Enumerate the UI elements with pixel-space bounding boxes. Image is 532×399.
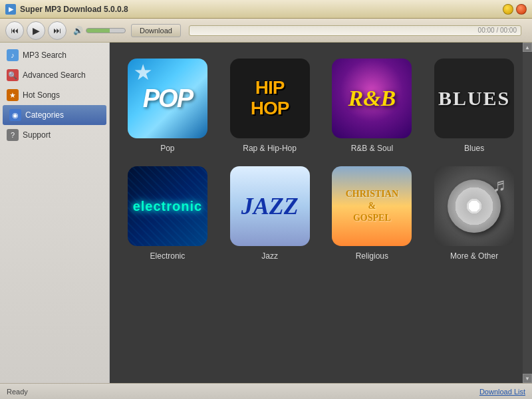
volume-area: 🔊: [73, 26, 126, 35]
sidebar-item-support[interactable]: ? Support: [0, 125, 109, 145]
sidebar-item-categories[interactable]: ◉ Categories: [3, 105, 106, 125]
category-blues-text: BLUES: [438, 87, 510, 110]
category-religious-image: CHRISTIAN&GOSPEL: [332, 166, 412, 246]
progress-area: 00:00 / 00:00: [189, 25, 521, 36]
category-electronic-image: electronic: [128, 166, 207, 246]
app-icon: ▶: [5, 4, 16, 15]
category-more[interactable]: ♬ More & Other: [430, 166, 519, 261]
sidebar-label-categories: Categories: [25, 110, 64, 120]
category-blues-image: BLUES: [434, 59, 514, 138]
play-button[interactable]: ▶: [27, 21, 45, 40]
scroll-track[interactable]: [523, 52, 532, 374]
category-pop-label: Pop: [160, 144, 174, 153]
sidebar-label-support: Support: [23, 130, 51, 140]
scrollbar[interactable]: ▲ ▼: [523, 43, 532, 383]
status-bar: Ready Download List: [0, 383, 532, 399]
category-rap[interactable]: HIPHOP Rap & Hip-Hop: [225, 59, 315, 153]
sidebar-label-hot-songs: Hot Songs: [23, 90, 60, 100]
next-button[interactable]: ⏭: [48, 21, 66, 40]
category-rap-image: HIPHOP: [230, 59, 310, 138]
category-rap-label: Rap & Hip-Hop: [243, 144, 297, 153]
category-blues[interactable]: BLUES Blues: [430, 59, 519, 153]
category-religious-label: Religious: [356, 251, 388, 261]
download-list-link[interactable]: Download List: [479, 388, 525, 396]
category-jazz-image: JAZZ: [230, 166, 310, 246]
categories-grid: POP Pop HIPHOP Rap & Hip-Hop R&B R&B & S…: [110, 43, 532, 277]
category-jazz-label: Jazz: [261, 251, 278, 261]
sidebar: ♪ MP3 Search 🔍 Advanced Search ★ Hot Son…: [0, 43, 110, 383]
category-electronic-text: electronic: [133, 199, 202, 214]
category-pop-text: POP: [143, 84, 192, 113]
category-jazz[interactable]: JAZZ Jazz: [225, 166, 315, 261]
category-electronic-label: Electronic: [150, 251, 186, 261]
category-more-label: More & Other: [450, 251, 498, 261]
category-more-disc: ♬: [448, 180, 501, 233]
scroll-down-arrow[interactable]: ▼: [523, 374, 532, 383]
category-pop-image: POP: [128, 59, 207, 138]
category-more-image: ♬: [434, 166, 514, 246]
volume-icon: 🔊: [73, 26, 83, 35]
sidebar-item-advanced-search[interactable]: 🔍 Advanced Search: [0, 65, 109, 85]
category-rnb-text: R&B: [348, 87, 396, 110]
sidebar-item-mp3-search[interactable]: ♪ MP3 Search: [0, 45, 109, 65]
categories-icon: ◉: [9, 109, 21, 121]
window-title: Super MP3 Download 5.0.0.8: [20, 5, 503, 14]
hot-songs-icon: ★: [7, 89, 19, 101]
window-controls: [503, 4, 527, 15]
category-electronic[interactable]: electronic Electronic: [123, 166, 212, 261]
time-display: 00:00 / 00:00: [478, 27, 517, 34]
support-icon: ?: [7, 129, 19, 141]
category-rnb-label: R&B & Soul: [351, 144, 393, 153]
main-area: ♪ MP3 Search 🔍 Advanced Search ★ Hot Son…: [0, 43, 532, 383]
title-bar: ▶ Super MP3 Download 5.0.0.8: [0, 0, 532, 19]
mp3-search-icon: ♪: [7, 49, 19, 61]
close-button[interactable]: [516, 4, 527, 15]
category-blues-label: Blues: [464, 144, 484, 153]
category-pop[interactable]: POP Pop: [123, 59, 212, 153]
category-rap-text: HIPHOP: [251, 78, 289, 119]
category-religious-text: CHRISTIAN&GOSPEL: [346, 188, 398, 225]
download-button[interactable]: Download: [131, 24, 181, 37]
sidebar-item-hot-songs[interactable]: ★ Hot Songs: [0, 85, 109, 105]
toolbar: ⏮ ▶ ⏭ 🔊 Download 00:00 / 00:00: [0, 19, 532, 43]
status-text: Ready: [7, 388, 28, 396]
progress-bar: 00:00 / 00:00: [189, 25, 521, 36]
scroll-up-arrow[interactable]: ▲: [523, 43, 532, 52]
content-area: POP Pop HIPHOP Rap & Hip-Hop R&B R&B & S…: [110, 43, 532, 383]
sidebar-label-mp3-search: MP3 Search: [23, 51, 66, 60]
prev-button[interactable]: ⏮: [5, 21, 24, 40]
category-religious[interactable]: CHRISTIAN&GOSPEL Religious: [328, 166, 417, 261]
category-rnb-image: R&B: [332, 59, 412, 138]
volume-slider[interactable]: [86, 28, 126, 33]
sidebar-label-advanced-search: Advanced Search: [23, 70, 86, 80]
category-rnb[interactable]: R&B R&B & Soul: [328, 59, 417, 153]
minimize-button[interactable]: [503, 4, 513, 15]
category-more-note: ♬: [492, 174, 506, 196]
category-jazz-text: JAZZ: [241, 192, 299, 220]
advanced-search-icon: 🔍: [7, 69, 19, 81]
